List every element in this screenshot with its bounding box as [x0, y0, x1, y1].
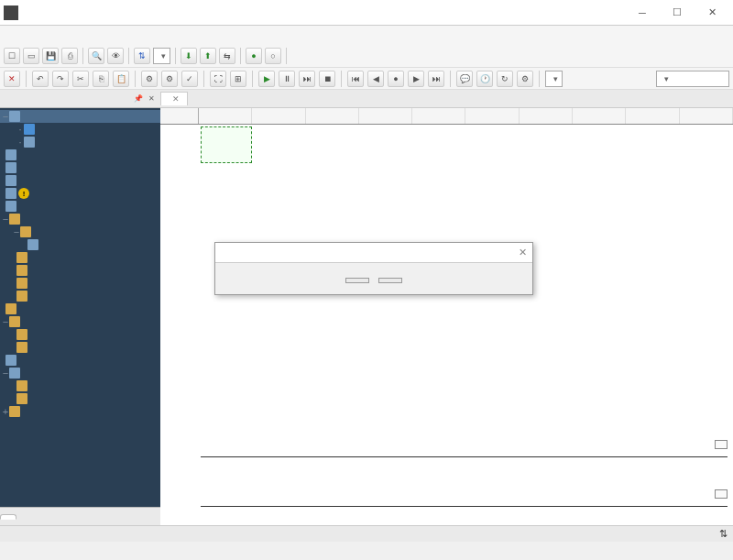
check-button[interactable]: ✓ [181, 71, 198, 87]
col-1 [199, 108, 252, 124]
col-7 [520, 108, 573, 124]
settings-button[interactable]: ⚙ [517, 71, 533, 87]
search-button[interactable]: 👁 [107, 48, 124, 64]
ladder-rung-7 [201, 456, 728, 457]
usb-icon[interactable]: ⇅ [134, 48, 150, 64]
zoom-button[interactable]: ⊞ [230, 71, 246, 87]
comment-button[interactable]: 💬 [456, 71, 473, 87]
sidebar-pin-icon[interactable]: 📌 [133, 93, 144, 104]
ladder-end-block [715, 440, 728, 449]
col-6 [465, 108, 519, 124]
folder-icon [16, 393, 27, 404]
compile-button[interactable]: ⚙ [161, 71, 178, 87]
col-3 [306, 108, 359, 124]
ladder-rung-8 [201, 506, 728, 507]
tab-main[interactable]: ✕ [160, 92, 188, 105]
project-tree[interactable]: − · · ! − − − − + [0, 108, 160, 507]
col-5 [412, 108, 465, 124]
struct-icon [5, 175, 16, 186]
zoom-fit-button[interactable]: ⛶ [210, 71, 226, 87]
redo-button[interactable]: ↷ [52, 71, 69, 87]
paste-button[interactable]: 📋 [113, 71, 129, 87]
toolbar-1: ☐ ▭ 💾 ⎙ 🔍 👁 ⇅ ⬇ ⬆ ⇆ ● ○ [0, 44, 733, 68]
folder-icon [16, 380, 27, 391]
col-9 [626, 108, 679, 124]
first-button[interactable]: ⏮ [347, 71, 364, 87]
status-right: ⇅ [719, 528, 728, 540]
sidebar-tab-library[interactable] [16, 514, 33, 520]
pause-button[interactable]: ⏸ [279, 71, 295, 87]
var-icon [5, 162, 16, 173]
next-button[interactable]: ▶ [408, 71, 424, 87]
folder-icon [16, 278, 27, 289]
close-file-button[interactable]: ✕ [4, 71, 20, 87]
col-10 [680, 108, 733, 124]
last-button[interactable]: ⏭ [428, 71, 444, 87]
online-button[interactable]: ● [246, 48, 262, 64]
convert-button[interactable]: ⚙ [141, 71, 158, 87]
init-icon [5, 355, 16, 366]
folder-icon [9, 406, 20, 417]
folder-icon [16, 252, 27, 263]
download-button[interactable]: ⬇ [181, 48, 197, 64]
folder-icon [9, 316, 20, 327]
statusbar: ⇅ [0, 525, 733, 542]
titlebar: ─ ☐ ✕ [0, 0, 733, 26]
verify-button[interactable]: ⇆ [219, 48, 235, 64]
sidebar-tabs [0, 507, 160, 525]
menubar [0, 26, 733, 44]
folder-icon [16, 342, 27, 353]
refresh-button[interactable]: ↻ [497, 71, 513, 87]
clock-button[interactable]: 🕐 [476, 71, 493, 87]
folder-icon [20, 226, 31, 237]
toolbar-2: ✕ ↶ ↷ ✂ ⎘ 📋 ⚙ ⚙ ✓ ⛶ ⊞ ▶ ⏸ ⏭ ⏹ ⏮ ◀ ● ▶ ⏭ … [0, 68, 733, 90]
offline-button[interactable]: ○ [265, 48, 281, 64]
copy-button[interactable]: ⎘ [93, 71, 109, 87]
col-2 [252, 108, 305, 124]
sidebar-close-icon[interactable]: ✕ [146, 93, 157, 104]
mode-select[interactable] [545, 71, 563, 87]
folder-icon [9, 214, 20, 225]
save-button[interactable]: 💾 [42, 48, 59, 64]
print-button[interactable]: ⎙ [61, 48, 78, 64]
version-dialog: ✕ [214, 242, 533, 295]
col-4 [359, 108, 412, 124]
sidebar-header: 📌 ✕ [0, 90, 160, 108]
folder-icon [16, 265, 27, 276]
module-icon [27, 239, 38, 250]
step-button[interactable]: ⏭ [299, 71, 315, 87]
new-button[interactable]: ☐ [4, 48, 20, 64]
folder-icon [16, 291, 27, 302]
cut-button[interactable]: ✂ [72, 71, 89, 87]
connection-select[interactable] [153, 48, 170, 64]
tab-close-icon[interactable]: ✕ [172, 94, 180, 104]
cpu-icon [24, 124, 35, 135]
dialog-upgrade-button[interactable] [345, 278, 369, 283]
warning-icon: ! [18, 188, 29, 199]
maximize-button[interactable]: ☐ [660, 2, 695, 24]
cpusys-icon [5, 201, 16, 212]
unit-icon [9, 111, 20, 122]
open-button[interactable]: ▭ [23, 48, 39, 64]
file-reg-icon [9, 368, 20, 379]
ladder-cursor [201, 126, 252, 163]
preview-button[interactable]: 🔍 [88, 48, 104, 64]
sidebar-tab-project[interactable] [0, 514, 16, 520]
ladder-endh-block [715, 489, 728, 499]
upload-button[interactable]: ⬆ [200, 48, 216, 64]
undo-button[interactable]: ↶ [32, 71, 49, 87]
app-icon [4, 5, 18, 20]
dialog-close-icon[interactable]: ✕ [519, 247, 527, 258]
prev-button[interactable]: ◀ [367, 71, 384, 87]
close-button[interactable]: ✕ [695, 2, 729, 24]
rec-button[interactable]: ● [388, 71, 404, 87]
editor-tabbar: ✕ [160, 90, 733, 108]
run-button[interactable]: ▶ [258, 71, 275, 87]
comment-select[interactable] [656, 71, 729, 87]
dialog-license-button[interactable] [378, 278, 402, 283]
minimize-button[interactable]: ─ [625, 2, 660, 24]
folder-icon [16, 329, 27, 340]
ladder-grid[interactable] [160, 108, 733, 525]
stop-button[interactable]: ⏹ [319, 71, 335, 87]
rec-icon [5, 188, 16, 199]
